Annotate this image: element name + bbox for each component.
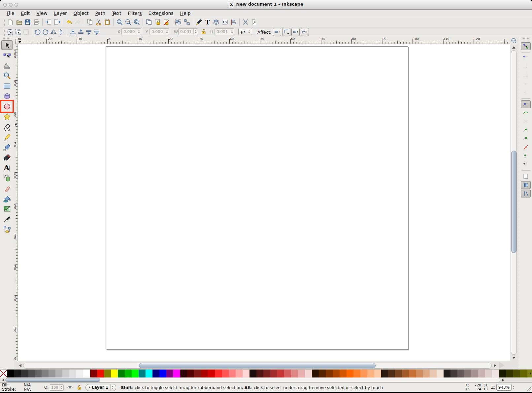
palette-swatch[interactable]	[450, 370, 457, 377]
palette-swatch[interactable]	[35, 370, 42, 377]
palette-swatch[interactable]	[49, 370, 55, 377]
horizontal-ruler[interactable]: -30-20-100102030405060708090100110120	[14, 37, 510, 44]
canvas[interactable]	[18, 44, 510, 361]
palette-swatch[interactable]	[367, 370, 374, 377]
palette-swatch[interactable]	[215, 370, 222, 377]
tool-gradient[interactable]	[1, 204, 13, 214]
menu-layer[interactable]: Layer	[51, 10, 70, 16]
palette-swatch[interactable]	[471, 370, 478, 377]
palette-swatch[interactable]	[444, 370, 450, 377]
raise-button[interactable]	[85, 28, 93, 36]
palette-swatch[interactable]	[173, 370, 180, 377]
palette-swatch[interactable]	[298, 370, 305, 377]
rotate-ccw-button[interactable]	[34, 28, 42, 36]
document-save-button[interactable]	[23, 18, 32, 26]
vertical-ruler[interactable]: 1 0 09 08 07 06 05 04 03 02 01 00	[14, 44, 18, 361]
paste-button[interactable]	[103, 18, 112, 26]
tool-text[interactable]: A	[1, 163, 13, 173]
tool-dropper[interactable]	[1, 214, 13, 224]
palette-swatch[interactable]	[180, 370, 187, 377]
palette-swatch[interactable]	[208, 370, 215, 377]
flip-horizontal-button[interactable]	[50, 28, 57, 36]
preferences-button[interactable]	[241, 18, 250, 26]
y-field[interactable]: 0.000	[150, 28, 169, 35]
palette-swatch[interactable]	[360, 370, 367, 377]
menu-object[interactable]: Object	[70, 10, 92, 16]
tool-spray[interactable]	[1, 173, 13, 183]
palette-swatch[interactable]	[76, 370, 83, 377]
palette-swatch[interactable]	[194, 370, 201, 377]
zoom-page-button[interactable]	[132, 18, 141, 26]
menu-path[interactable]: Path	[92, 10, 109, 16]
palette-swatch[interactable]	[42, 370, 49, 377]
document-open-button[interactable]	[15, 18, 23, 26]
clone-button[interactable]	[153, 18, 162, 26]
palette-swatch[interactable]	[478, 370, 485, 377]
palette-swatch[interactable]	[326, 370, 333, 377]
palette-swatch[interactable]	[430, 370, 437, 377]
palette-swatch[interactable]	[388, 370, 395, 377]
text-dialog-button[interactable]: T	[203, 18, 212, 26]
layers-dialog-button[interactable]	[212, 18, 220, 26]
snap-bbox-toggle[interactable]	[521, 54, 531, 62]
palette-swatch[interactable]	[492, 370, 499, 377]
palette-swatch[interactable]	[14, 370, 21, 377]
fill-stroke-indicator[interactable]: Fill: N/A Stroke: N/A	[2, 383, 36, 392]
snap-guides-toggle[interactable]	[521, 190, 531, 197]
palette-swatch[interactable]	[28, 370, 35, 377]
tool-selector[interactable]	[1, 40, 13, 50]
palette-swatch[interactable]	[83, 370, 90, 377]
snap-nodes-toggle[interactable]	[521, 100, 531, 108]
palette-swatch[interactable]	[139, 370, 146, 377]
palette-swatch[interactable]	[347, 370, 353, 377]
ungroup-button[interactable]	[183, 18, 191, 26]
snap-cusp-nodes-toggle[interactable]	[521, 126, 531, 134]
palette-swatch[interactable]	[485, 370, 492, 377]
x-spinner[interactable]	[137, 29, 141, 35]
menu-filters[interactable]: Filters	[125, 10, 145, 16]
affect-transform-gradients-toggle[interactable]	[291, 28, 300, 36]
horizontal-scrollbar-thumb[interactable]	[139, 363, 376, 368]
y-spinner[interactable]	[165, 29, 169, 35]
horizontal-scrollbar[interactable]	[23, 363, 492, 369]
h-field[interactable]: 0.001	[215, 28, 234, 35]
tool-spiral[interactable]	[1, 122, 13, 132]
tool-tweak[interactable]	[1, 61, 13, 70]
layer-selector[interactable]: • Layer 1	[85, 384, 116, 391]
palette-swatch[interactable]	[437, 370, 444, 377]
palette-swatch[interactable]	[423, 370, 430, 377]
palette-swatch[interactable]	[270, 370, 277, 377]
layer-visibility-eye-icon[interactable]	[67, 384, 73, 390]
palette-swatch[interactable]	[21, 370, 28, 377]
palette-swatch[interactable]	[381, 370, 388, 377]
document-print-button[interactable]	[32, 18, 41, 26]
palette-swatch[interactable]	[7, 370, 14, 377]
quick-zoom-corner[interactable]	[499, 362, 505, 369]
tool-pen[interactable]	[1, 143, 13, 152]
lock-width-height-icon[interactable]	[200, 28, 207, 36]
cut-button[interactable]	[94, 18, 103, 26]
palette-none-swatch[interactable]	[0, 370, 7, 377]
opacity-field[interactable]: 100	[50, 384, 64, 391]
palette-swatch[interactable]	[353, 370, 360, 377]
zoom-drawing-button[interactable]	[124, 18, 132, 26]
palette-swatch[interactable]	[201, 370, 208, 377]
snap-to-paths-toggle[interactable]	[521, 109, 531, 117]
palette-scrollbar-thumb[interactable]	[6, 378, 100, 382]
w-field[interactable]: 0.001	[178, 28, 198, 35]
tool-star[interactable]	[1, 112, 13, 122]
snap-enable-toggle[interactable]	[521, 42, 531, 50]
palette-swatch[interactable]	[402, 370, 409, 377]
duplicate-button[interactable]	[145, 18, 153, 26]
zoom-spinner[interactable]	[512, 384, 515, 391]
palette-swatch[interactable]	[146, 370, 152, 377]
palette-swatch[interactable]	[97, 370, 104, 377]
lower-to-bottom-button[interactable]	[69, 28, 77, 36]
palette-swatch[interactable]	[125, 370, 132, 377]
palette-swatch[interactable]	[118, 370, 125, 377]
palette-swatch[interactable]	[499, 370, 506, 377]
snap-line-midpoints-toggle[interactable]	[521, 143, 531, 151]
menu-text[interactable]: Text	[109, 10, 124, 16]
palette-swatch[interactable]	[222, 370, 229, 377]
tool-calligraphy[interactable]	[1, 153, 13, 162]
